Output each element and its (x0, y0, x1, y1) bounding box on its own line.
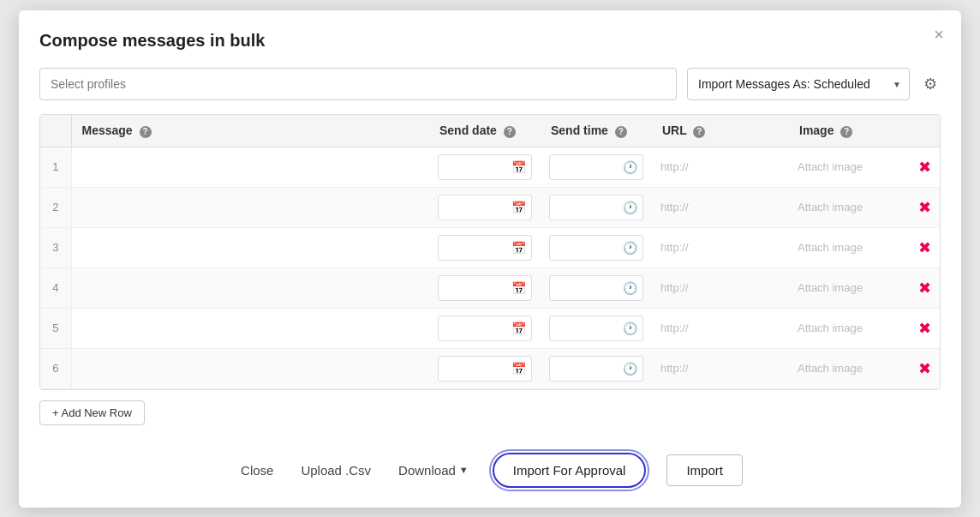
remove-row-button[interactable]: ✖ (918, 321, 931, 336)
remove-row-button[interactable]: ✖ (918, 361, 931, 376)
message-help-icon: ? (140, 126, 152, 138)
row-number: 3 (40, 227, 71, 268)
table-row: 4 📅 🕐 http:// Attach image (40, 268, 940, 308)
time-input[interactable] (549, 356, 643, 382)
time-input[interactable] (549, 154, 643, 180)
url-placeholder: http:// (660, 322, 689, 334)
send-time-help-icon: ? (615, 126, 627, 138)
import-as-select[interactable]: Import Messages As: Scheduled (687, 68, 910, 100)
remove-cell: ✖ (909, 348, 940, 388)
time-input[interactable] (549, 316, 643, 341)
remove-column-header (909, 115, 940, 147)
time-cell: 🕐 (541, 348, 652, 388)
time-input[interactable] (549, 195, 643, 220)
bulk-message-table: Message ? Send date ? Send time ? URL ? (40, 115, 940, 389)
url-placeholder: http:// (660, 281, 689, 294)
time-input-wrapper: 🕐 (549, 154, 643, 180)
row-number: 5 (40, 308, 71, 348)
url-placeholder: http:// (660, 201, 689, 213)
time-input[interactable] (549, 275, 643, 301)
import-button[interactable]: Import (666, 454, 743, 486)
image-help-icon: ? (840, 126, 852, 138)
url-help-icon: ? (693, 126, 705, 138)
date-input-wrapper: 📅 (438, 235, 532, 261)
image-cell: Attach image (789, 227, 909, 268)
image-cell: Attach image (789, 308, 909, 348)
remove-cell: ✖ (909, 227, 940, 268)
row-number: 6 (40, 348, 71, 388)
upload-csv-button[interactable]: Upload .Csv (297, 456, 374, 484)
send-time-column-header: Send time ? (541, 115, 652, 147)
add-new-row-button[interactable]: + Add New Row (39, 400, 145, 425)
date-cell: 📅 (429, 187, 541, 227)
table-row: 2 📅 🕐 http:// Attach image (40, 187, 940, 227)
table-row: 6 📅 🕐 http:// Attach image (40, 348, 940, 388)
message-input[interactable] (81, 362, 421, 376)
date-cell: 📅 (429, 268, 541, 308)
image-cell: Attach image (789, 268, 909, 308)
url-column-header: URL ? (652, 115, 789, 147)
date-input[interactable] (438, 316, 532, 341)
attach-image-placeholder: Attach image (798, 160, 863, 173)
import-as-wrapper: Import Messages As: Scheduled (687, 68, 910, 100)
table-row: 1 📅 🕐 http:// Attach image (40, 147, 940, 187)
remove-cell: ✖ (909, 147, 940, 187)
time-input[interactable] (549, 235, 643, 261)
bulk-message-table-container: Message ? Send date ? Send time ? URL ? (39, 114, 941, 390)
image-column-header: Image ? (789, 115, 909, 147)
modal-container: Compose messages in bulk × Import Messag… (19, 10, 961, 508)
remove-row-button[interactable]: ✖ (918, 159, 931, 175)
remove-row-button[interactable]: ✖ (918, 200, 931, 215)
attach-image-placeholder: Attach image (798, 281, 863, 294)
time-input-wrapper: 🕐 (549, 275, 643, 301)
date-input[interactable] (438, 275, 532, 301)
remove-row-button[interactable]: ✖ (918, 280, 931, 296)
date-cell: 📅 (429, 348, 541, 388)
date-input[interactable] (438, 195, 532, 220)
import-for-approval-button[interactable]: Import For Approval (493, 453, 647, 488)
date-input[interactable] (438, 356, 532, 382)
message-cell (71, 187, 429, 227)
time-input-wrapper: 🕐 (549, 316, 643, 341)
message-input[interactable] (81, 201, 421, 214)
date-cell: 📅 (429, 147, 541, 187)
url-cell: http:// (652, 227, 789, 268)
date-input-wrapper: 📅 (438, 275, 532, 301)
footer-actions: Close Upload .Csv Download ▼ Import For … (39, 446, 941, 488)
gear-button[interactable]: ⚙ (920, 71, 941, 97)
profile-select-input[interactable] (39, 68, 677, 100)
close-icon-button[interactable]: × (934, 26, 944, 43)
attach-image-placeholder: Attach image (798, 201, 863, 213)
table-header-row: Message ? Send date ? Send time ? URL ? (40, 115, 940, 147)
url-placeholder: http:// (660, 160, 689, 173)
url-placeholder: http:// (660, 362, 689, 375)
table-row: 5 📅 🕐 http:// Attach image (40, 308, 940, 348)
remove-row-button[interactable]: ✖ (918, 240, 931, 255)
time-input-wrapper: 🕐 (549, 235, 643, 261)
message-input[interactable] (81, 160, 421, 174)
message-column-header: Message ? (71, 115, 429, 147)
url-cell: http:// (652, 187, 789, 227)
message-input[interactable] (81, 281, 421, 295)
date-cell: 📅 (429, 227, 541, 268)
url-cell: http:// (652, 308, 789, 348)
download-button[interactable]: Download ▼ (395, 456, 472, 484)
attach-image-placeholder: Attach image (798, 241, 863, 254)
close-button[interactable]: Close (237, 456, 277, 484)
message-input[interactable] (81, 241, 421, 255)
time-input-wrapper: 🕐 (549, 195, 643, 220)
top-controls: Import Messages As: Scheduled ⚙ (39, 68, 941, 100)
attach-image-placeholder: Attach image (798, 322, 863, 334)
date-input-wrapper: 📅 (438, 154, 532, 180)
row-number: 1 (40, 147, 71, 187)
date-input[interactable] (438, 235, 532, 261)
message-input[interactable] (81, 322, 421, 335)
image-cell: Attach image (789, 348, 909, 388)
remove-cell: ✖ (909, 268, 940, 308)
date-cell: 📅 (429, 308, 541, 348)
time-cell: 🕐 (541, 308, 652, 348)
url-cell: http:// (652, 348, 789, 388)
message-cell (71, 227, 429, 268)
date-input-wrapper: 📅 (438, 195, 532, 220)
date-input[interactable] (438, 154, 532, 180)
